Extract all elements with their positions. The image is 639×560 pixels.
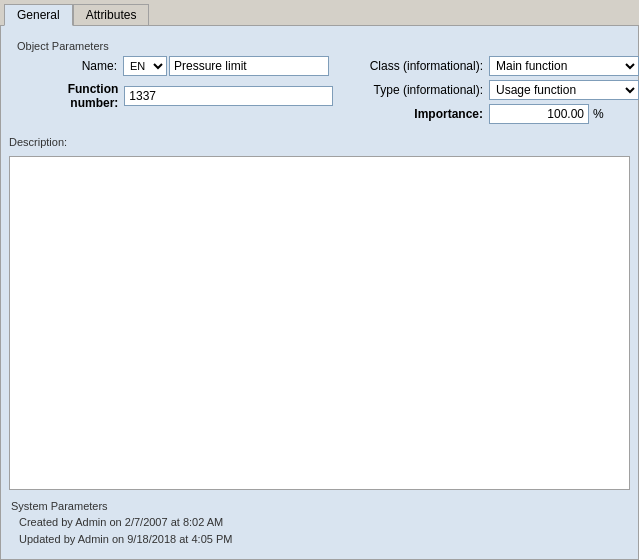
class-label: Class (informational): (353, 59, 483, 73)
tab-content-general: Object Parameters Name: EN (0, 25, 639, 560)
type-select[interactable]: Usage function (489, 80, 639, 100)
object-params-label: Object Parameters (17, 40, 622, 52)
system-params-label: System Parameters (11, 500, 628, 512)
main-window: General Attributes Object Parameters Nam… (0, 0, 639, 560)
language-select[interactable]: EN (123, 56, 167, 76)
system-params-info: Created by Admin on 2/7/2007 at 8:02 AM … (11, 514, 628, 549)
left-params: Name: EN Function number: (17, 56, 333, 110)
class-select[interactable]: Main function (489, 56, 639, 76)
type-label: Type (informational): (353, 83, 483, 97)
right-col: Class (informational): Main function Typ… (353, 56, 639, 124)
type-row: Type (informational): Usage function (353, 80, 639, 100)
description-section: Description: (9, 136, 630, 490)
name-row: Name: EN (17, 56, 333, 76)
importance-label: Importance: (353, 107, 483, 121)
name-label: Name: (17, 59, 117, 73)
tab-bar: General Attributes (0, 0, 639, 25)
tab-attributes[interactable]: Attributes (73, 4, 150, 25)
function-number-label: Function number: (17, 82, 118, 110)
class-row: Class (informational): Main function (353, 56, 639, 76)
system-params-section: System Parameters Created by Admin on 2/… (9, 496, 630, 551)
name-input-group: EN (123, 56, 329, 76)
percent-label: % (593, 107, 604, 121)
importance-input-group: % (489, 104, 604, 124)
tab-general[interactable]: General (4, 4, 73, 26)
created-text: Created by Admin on 2/7/2007 at 8:02 AM (19, 514, 628, 532)
updated-text: Updated by Admin on 9/18/2018 at 4:05 PM (19, 531, 628, 549)
description-label: Description: (9, 136, 630, 148)
function-number-row: Function number: (17, 82, 333, 110)
description-textarea[interactable] (9, 156, 630, 490)
function-number-input[interactable] (124, 86, 333, 106)
top-row: Name: EN Function number: (17, 56, 622, 124)
name-input[interactable] (169, 56, 329, 76)
object-params-section: Object Parameters Name: EN (9, 34, 630, 130)
importance-input[interactable] (489, 104, 589, 124)
importance-row: Importance: % (353, 104, 639, 124)
